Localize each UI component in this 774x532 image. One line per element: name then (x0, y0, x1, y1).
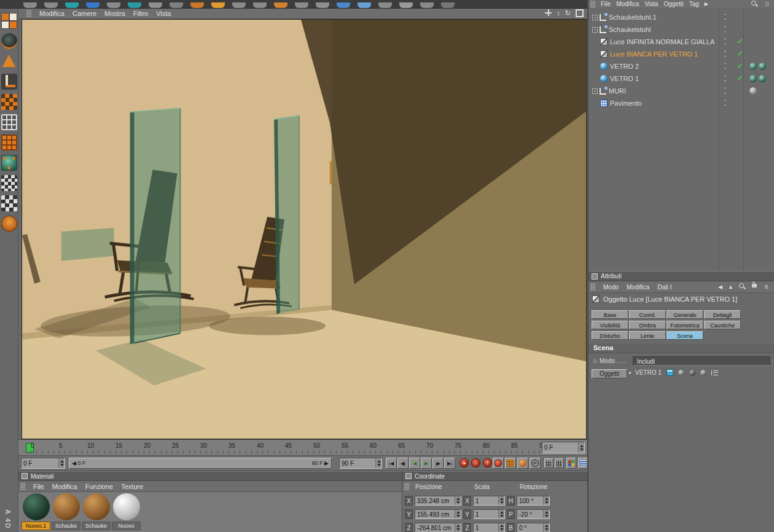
render-preview-button[interactable] (578, 458, 588, 469)
material-item[interactable]: Nuovo.1 (22, 493, 50, 530)
tab-visibilita[interactable]: Visibilità (592, 321, 628, 329)
home-icon[interactable]: ⌂ (765, 0, 769, 7)
tool-texture-axis-icon[interactable] (1, 175, 17, 191)
visibility-dots[interactable] (724, 87, 727, 95)
tool-point-mode-icon[interactable] (1, 114, 17, 130)
panel-grip[interactable] (404, 483, 409, 490)
toolbar-icon[interactable] (190, 2, 204, 8)
attr-menu-modifica[interactable]: Modifica (627, 284, 649, 291)
toolbar-icon[interactable] (420, 2, 434, 8)
object-name[interactable]: Schaukelstuhl.1 (609, 14, 657, 21)
tool-make-editable-icon[interactable] (1, 13, 17, 29)
option-sphere-icon[interactable] (689, 370, 695, 376)
visibility-dots[interactable] (724, 37, 727, 45)
hierarchy-icon[interactable] (711, 370, 719, 376)
tab-fotometrica[interactable]: Fotometrica (666, 321, 703, 329)
menu-camere[interactable]: Camere (72, 10, 96, 17)
tab-caustiche[interactable]: Caustiche (704, 321, 741, 329)
oggetti-list-item[interactable]: VETRO 1 (635, 369, 719, 376)
materials-menu-modifica[interactable]: Modifica (52, 483, 77, 490)
object-row[interactable]: VETRO 1 ✓ (588, 72, 774, 85)
toolbar-icon[interactable] (316, 2, 329, 8)
tab-dettagli[interactable]: Dettagli (704, 310, 741, 319)
enabled-check-icon[interactable]: ✓ (737, 74, 743, 82)
expand-icon[interactable]: + (592, 88, 598, 94)
record-rotation-button[interactable] (517, 458, 528, 469)
toolbar-icon[interactable] (378, 2, 392, 8)
position-x-field[interactable]: 335.248 cm (415, 496, 461, 506)
viewport-rotate-icon[interactable]: ↻ (565, 9, 571, 17)
menu-modifica[interactable]: Modifica (39, 10, 64, 17)
play-forward-button[interactable]: ▶ (421, 458, 432, 469)
spinner[interactable] (578, 442, 584, 453)
include-object-name[interactable]: VETRO 1 (635, 369, 662, 376)
toolbar-icon[interactable] (274, 2, 287, 8)
om-menu-tag[interactable]: Tag (689, 1, 699, 7)
toolbar-icon[interactable] (23, 2, 37, 8)
toolbar-icon[interactable] (44, 2, 58, 8)
toolbar-icon[interactable] (232, 2, 246, 8)
spinner[interactable] (455, 510, 461, 518)
object-row[interactable]: + MURI (588, 85, 774, 97)
oggetti-button[interactable]: Oggetti (592, 369, 627, 378)
materials-menu-funzione[interactable]: Funzione (85, 483, 113, 490)
goto-end-button[interactable]: ▶| (444, 458, 455, 469)
object-row[interactable]: Pavimento (588, 97, 774, 109)
material-name[interactable]: Nuovo (112, 522, 141, 530)
record-button[interactable]: ● (459, 458, 469, 467)
material-tag-icon[interactable] (749, 63, 757, 70)
timeline-ruler[interactable]: 0 5 10 15 20 25 30 35 40 45 50 55 60 65 … (18, 439, 587, 455)
tab-coord[interactable]: Coord. (629, 310, 666, 319)
spinner[interactable] (375, 458, 381, 468)
record-parameter-button[interactable]: P (530, 458, 541, 469)
expand-icon[interactable]: + (592, 15, 598, 20)
object-name[interactable]: Luce INFINITA NORMALE GIALLA (610, 38, 714, 45)
current-frame-field[interactable]: 0 F (542, 442, 585, 453)
visibility-dots[interactable] (724, 13, 727, 21)
attributes-title-bar[interactable]: Attributi (588, 271, 774, 281)
play-sound-button[interactable]: ♪ (471, 458, 480, 467)
attr-menu-dati[interactable]: Dati I (657, 284, 671, 291)
visibility-dots[interactable] (724, 50, 727, 58)
selection-palette-button[interactable] (566, 458, 576, 469)
material-preview-sphere[interactable] (23, 493, 50, 520)
rotation-h-field[interactable]: 100 ° (517, 496, 550, 506)
tool-axis-mode-icon[interactable] (1, 74, 17, 90)
visibility-dots[interactable] (724, 62, 727, 70)
toolbar-icon[interactable] (358, 2, 371, 8)
toolbar-icon[interactable] (65, 2, 79, 8)
scale-z-field[interactable]: 1 (473, 523, 505, 532)
option-sphere-icon[interactable] (700, 370, 706, 376)
spinner[interactable] (58, 458, 64, 468)
materials-menu-texture[interactable]: Texture (121, 483, 143, 490)
material-item[interactable]: Nuovo (112, 493, 141, 530)
next-key-button[interactable]: |▶ (432, 458, 444, 469)
filter-grid-button-2[interactable] (555, 458, 564, 468)
object-row-selected[interactable]: Luce BIANCA PER VETRO 1 ✓ (588, 48, 774, 60)
timeline-range-slider[interactable]: ◀ 0 F 90 F ▶ (69, 458, 332, 469)
om-menu-vista[interactable]: Vista (644, 1, 658, 7)
material-tag-icon[interactable] (749, 87, 757, 95)
coordinates-title-bar[interactable]: Coordinate (402, 471, 587, 481)
search-icon[interactable] (751, 1, 758, 7)
tool-snap-icon[interactable] (1, 195, 17, 211)
spinner[interactable] (455, 523, 461, 532)
top-toolbar[interactable] (0, 0, 587, 9)
modo-dropdown[interactable]: Includi (633, 356, 770, 366)
toolbar-icon[interactable] (128, 2, 141, 8)
scale-x-field[interactable]: 1 (473, 496, 505, 506)
spinner[interactable] (543, 496, 549, 505)
toolbar-icon[interactable] (399, 2, 413, 8)
object-row[interactable]: + Schaukelstuhl (588, 23, 774, 36)
spinner[interactable] (543, 523, 549, 532)
panel-grip[interactable] (20, 483, 25, 490)
option-sphere-icon[interactable] (678, 370, 684, 376)
toolbar-icon[interactable] (337, 2, 350, 8)
position-z-field[interactable]: -264.801 cm (415, 523, 461, 532)
rotation-b-field[interactable]: 0 ° (517, 523, 550, 532)
material-tag-icon[interactable] (749, 75, 757, 82)
history-up-icon[interactable]: ▲ (728, 284, 733, 290)
panel-grip[interactable] (590, 283, 595, 291)
toolbar-icon[interactable] (107, 2, 120, 8)
spinner[interactable] (498, 510, 504, 518)
